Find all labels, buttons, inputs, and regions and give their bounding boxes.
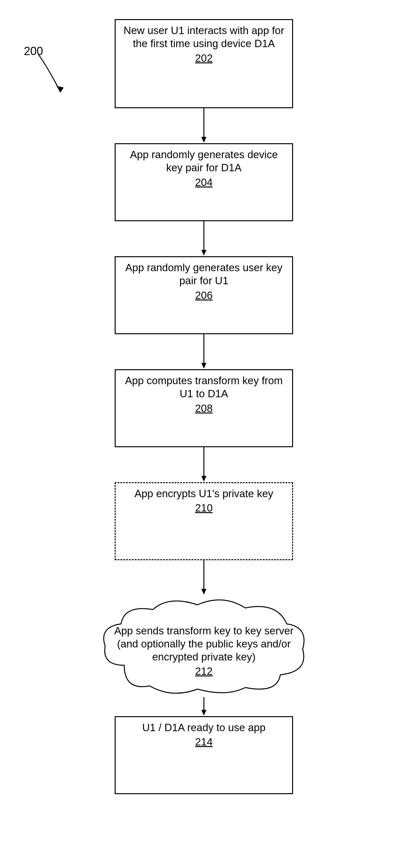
step-text: U1 / D1A ready to use app <box>142 721 265 733</box>
svg-marker-10 <box>201 589 206 595</box>
step-number: 202 <box>122 52 286 65</box>
pointer-arrow-icon <box>30 51 75 105</box>
step-number: 206 <box>122 289 286 302</box>
connector-arrow-icon <box>199 334 209 369</box>
step-number: 208 <box>122 402 286 415</box>
step-text: App encrypts U1's private key <box>135 488 273 499</box>
step-cloud-212: App sends transform key to key server (a… <box>99 595 309 697</box>
svg-marker-6 <box>201 363 206 369</box>
step-number: 210 <box>122 501 286 515</box>
flowchart: New user U1 interacts with app for the f… <box>92 19 315 794</box>
step-number: 204 <box>122 176 286 189</box>
step-box-202: New user U1 interacts with app for the f… <box>115 19 293 108</box>
step-box-204: App randomly generates device key pair f… <box>115 143 293 221</box>
step-text: App computes transform key from U1 to D1… <box>125 375 283 400</box>
connector-arrow-icon <box>199 447 209 482</box>
step-box-214: U1 / D1A ready to use app 214 <box>115 716 293 794</box>
step-number: 214 <box>122 735 286 748</box>
step-box-206: App randomly generates user key pair for… <box>115 256 293 334</box>
step-number: 212 <box>195 664 213 678</box>
step-text: App sends transform key to key server (a… <box>112 624 296 664</box>
svg-marker-0 <box>56 86 64 92</box>
step-text: New user U1 interacts with app for the f… <box>123 25 284 49</box>
svg-marker-2 <box>201 137 206 143</box>
svg-marker-8 <box>201 476 206 482</box>
svg-marker-12 <box>201 710 206 716</box>
svg-marker-4 <box>201 250 206 256</box>
step-box-210: App encrypts U1's private key 210 <box>115 482 293 560</box>
connector-arrow-icon <box>199 221 209 256</box>
connector-arrow-icon <box>199 560 209 595</box>
step-box-208: App computes transform key from U1 to D1… <box>115 369 293 447</box>
step-text: App randomly generates device key pair f… <box>130 149 278 174</box>
step-text: App randomly generates user key pair for… <box>125 261 282 286</box>
connector-arrow-icon <box>199 697 209 716</box>
connector-arrow-icon <box>199 108 209 143</box>
